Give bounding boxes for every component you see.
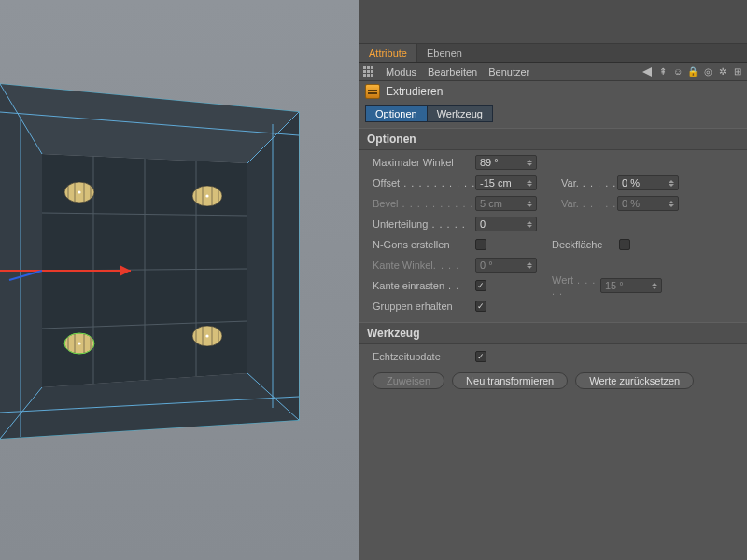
label-var1: Var. . . . . . [561,177,617,189]
subtab-werkzeug-label: Werkzeug [437,108,483,119]
label-kante-winkel: Kante Winkel. . . . [373,259,475,271]
input-var1[interactable]: 0 % [617,175,679,190]
attribute-panel: Attribute Ebenen Modus Bearbeiten Benutz… [359,0,747,560]
checkbox-deckflaeche[interactable] [619,239,630,250]
label-bevel: Bevel . . . . . . . . . . . [373,198,475,209]
subtab-bar: Optionen Werkzeug [359,102,747,128]
section-optionen-header: Optionen [359,128,747,150]
button-neu-transformieren[interactable]: Neu transformieren [452,372,568,389]
lock-icon[interactable]: 🔒 [687,66,698,77]
menu-modus[interactable]: Modus [386,66,416,77]
tool-name: Extrudieren [386,85,443,98]
svg-rect-43 [363,66,366,69]
svg-point-22 [205,334,208,337]
label-deckflaeche: Deckfläche [552,239,619,250]
user-icon[interactable]: ☺ [672,66,684,77]
menu-benutzer[interactable]: Benutzer [488,66,529,77]
label-max-winkel: Maximaler Winkel [373,157,475,168]
label-gruppen: Gruppen erhalten [373,301,475,312]
button-werte-zuruecksetzen[interactable]: Werte zurücksetzen [575,372,694,389]
menu-bearbeiten[interactable]: Bearbeiten [428,66,477,77]
svg-rect-47 [367,70,370,73]
input-var2[interactable]: 0 % [617,196,679,211]
svg-rect-50 [367,74,370,77]
label-offset: Offset . . . . . . . . . . [373,177,475,189]
panel-tabbar: Attribute Ebenen [359,44,747,63]
arrow-left-icon[interactable] [642,66,654,77]
subtab-werkzeug[interactable]: Werkzeug [427,105,493,122]
menubar-right-icons: ⇞ ☺ 🔒 ◎ ✲ ⊞ [642,66,743,77]
target-icon[interactable]: ◎ [702,66,713,77]
checkbox-gruppen[interactable]: ✓ [475,301,486,312]
svg-rect-48 [371,70,374,73]
panel-topspacer [359,0,747,44]
werkzeug-buttons: Zuweisen Neu transformieren Werte zurück… [359,367,747,399]
input-kante-winkel[interactable]: 0 ° [475,258,537,273]
svg-rect-49 [363,74,366,77]
input-unterteilung[interactable]: 0 [475,217,537,231]
tab-attribute[interactable]: Attribute [359,44,417,62]
viewport-3d[interactable] [0,0,359,560]
extrude-icon [365,84,380,99]
subtab-optionen-label: Optionen [375,108,417,119]
svg-rect-51 [371,74,374,77]
upload-icon[interactable]: ⇞ [657,66,669,77]
expand-icon[interactable]: ⊞ [732,66,743,77]
svg-rect-46 [363,70,366,73]
optionen-props: Maximaler Winkel 89 ° Offset . . . . . .… [359,150,747,322]
gear-icon[interactable]: ✲ [717,66,728,77]
label-wert: Wert . . . . . [552,274,600,297]
checkbox-kante-einrasten[interactable]: ✓ [475,280,486,291]
werkzeug-props: Echtzeitupdate ✓ [359,344,747,367]
attribute-menubar: Modus Bearbeiten Benutzer ⇞ ☺ 🔒 ◎ ✲ ⊞ [359,63,747,81]
svg-point-21 [78,342,80,344]
checkbox-echtzeit[interactable]: ✓ [475,351,486,362]
label-var2: Var. . . . . . [561,198,617,209]
tab-attribute-label: Attribute [369,48,407,59]
label-unterteilung: Unterteilung . . . . . [373,218,475,230]
tool-header: Extrudieren [359,81,747,102]
tab-ebenen[interactable]: Ebenen [417,44,472,62]
svg-marker-52 [642,67,652,77]
label-ngons: N-Gons erstellen [373,239,475,250]
input-max-winkel[interactable]: 89 ° [475,155,537,170]
section-werkzeug-header: Werkzeug [359,322,747,344]
subtab-optionen[interactable]: Optionen [365,105,427,122]
svg-point-20 [205,194,208,197]
tab-ebenen-label: Ebenen [427,48,462,59]
svg-rect-45 [371,66,374,69]
grid-icon [363,66,374,77]
input-wert[interactable]: 15 ° [600,278,662,293]
button-zuweisen[interactable]: Zuweisen [373,372,444,389]
label-echtzeit: Echtzeitupdate [373,351,475,362]
svg-rect-44 [367,66,370,69]
input-offset[interactable]: -15 cm [475,175,537,190]
svg-point-19 [78,190,80,193]
input-bevel[interactable]: 5 cm [475,196,537,211]
checkbox-ngons[interactable] [475,239,486,250]
label-kante-einrasten: Kante einrasten . . [373,280,475,291]
